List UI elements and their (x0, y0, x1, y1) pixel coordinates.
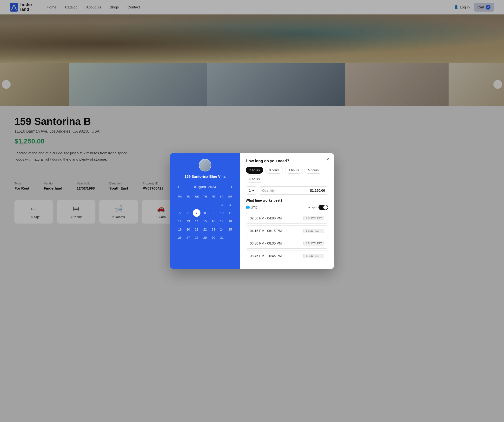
calendar-day-2[interactable]: 2 (210, 201, 217, 209)
time-slot-time-1: 02:00 PM - 04:00 PM (250, 216, 282, 220)
calendar-day-16[interactable]: 16 (210, 217, 217, 225)
time-slot-1[interactable]: 02:00 PM - 04:00 PM 1 SLOT LEFT (246, 213, 328, 224)
calendar-days: 1234567891011121314151617181920212223242… (176, 201, 234, 233)
calendar-day-4[interactable]: 4 (226, 201, 234, 209)
calendar-day-24[interactable]: 24 (218, 225, 226, 233)
booking-modal: 159 Santorina Blue Villa ‹ August 2024 ›… (170, 153, 334, 233)
calendar-day-8[interactable]: 8 (201, 209, 209, 217)
globe-icon: 🌐 (246, 205, 250, 209)
calendar-day-9[interactable]: 9 (210, 209, 217, 217)
calendar-day-3[interactable]: 3 (218, 201, 226, 209)
calendar-day-19[interactable]: 19 (176, 225, 184, 233)
hours-tab-1[interactable]: 2 hours (246, 167, 263, 174)
timezone-label: 🌐 UTC (246, 205, 257, 209)
calendar-prev-button[interactable]: ‹ (176, 183, 181, 190)
quantity-select[interactable]: 1 ▾ (246, 186, 257, 195)
toggle-switch-track[interactable] (318, 205, 328, 210)
hours-tab-2[interactable]: 3 hours (265, 167, 283, 174)
calendar-day-13[interactable]: 13 (184, 217, 192, 225)
calendar-day-18[interactable]: 18 (226, 217, 234, 225)
calendar-panel: 159 Santorina Blue Villa ‹ August 2024 ›… (170, 153, 240, 233)
hours-tab-5[interactable]: 6 hours (246, 176, 263, 183)
booking-title: How long do you need? (246, 159, 328, 163)
calendar-day-14[interactable]: 14 (193, 217, 200, 225)
calendar-day-22[interactable]: 22 (201, 225, 209, 233)
chevron-down-icon: ▾ (252, 189, 254, 192)
calendar-day-6[interactable]: 6 (184, 209, 192, 217)
calendar-day-23[interactable]: 23 (210, 225, 217, 233)
calendar-day-10[interactable]: 10 (218, 209, 226, 217)
hours-tab-4[interactable]: 5 hours (305, 167, 322, 174)
calendar-day-11[interactable]: 11 (226, 209, 234, 217)
modal-overlay[interactable]: 159 Santorina Blue Villa ‹ August 2024 ›… (0, 0, 504, 233)
slot-badge-2: 1 SLOT LEFT (303, 229, 324, 233)
calendar-month-year: August 2024 (194, 185, 216, 189)
calendar-property-name: 159 Santorina Blue Villa (185, 174, 225, 178)
calendar-day-12[interactable]: 12 (176, 217, 184, 225)
calendar-header: MO TU WE TH FR SA SU (176, 194, 234, 199)
hours-tabs: 2 hours3 hours4 hours5 hours6 hours (246, 167, 328, 183)
ampm-toggle[interactable]: am/pm (308, 205, 328, 210)
calendar-day-21[interactable]: 21 (193, 225, 200, 233)
hours-tab-3[interactable]: 4 hours (285, 167, 303, 174)
calendar-property-avatar (199, 159, 211, 171)
close-button[interactable]: ✕ (324, 156, 331, 163)
time-slots-list: 02:00 PM - 04:00 PM 1 SLOT LEFT 04:15 PM… (246, 213, 328, 233)
quantity-row: 1 ▾ Quantity $1,250.00 (246, 186, 328, 195)
calendar-grid: MO TU WE TH FR SA SU 1234567891011121314… (176, 194, 234, 233)
quantity-display: Quantity $1,250.00 (259, 186, 328, 195)
calendar-nav: ‹ August 2024 › (176, 183, 234, 190)
time-section-title: What time works best? (246, 198, 328, 202)
calendar-day-17[interactable]: 17 (218, 217, 226, 225)
calendar-day-5[interactable]: 5 (176, 209, 184, 217)
time-slot-2[interactable]: 04:15 PM - 06:15 PM 1 SLOT LEFT (246, 225, 328, 233)
calendar-day-7[interactable]: 7 (193, 209, 200, 217)
calendar-next-button[interactable]: › (229, 183, 234, 190)
calendar-day-15[interactable]: 15 (201, 217, 209, 225)
booking-panel: ✕ How long do you need? 2 hours3 hours4 … (240, 153, 334, 233)
time-toggle-row: 🌐 UTC am/pm (246, 205, 328, 210)
calendar-day-20[interactable]: 20 (184, 225, 192, 233)
calendar-day-1[interactable]: 1 (201, 201, 209, 209)
time-slot-time-2: 04:15 PM - 06:15 PM (250, 229, 282, 233)
slot-badge-1: 1 SLOT LEFT (303, 216, 324, 220)
calendar-day-25[interactable]: 25 (226, 225, 234, 233)
